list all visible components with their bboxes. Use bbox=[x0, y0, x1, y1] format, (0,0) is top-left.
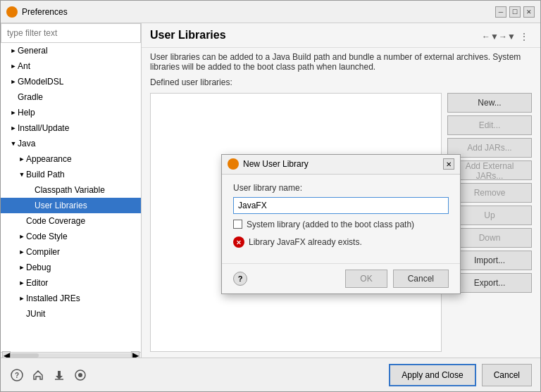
tree-item-help[interactable]: ► Help bbox=[1, 105, 141, 120]
sidebar: ► General ► Ant ► GModelDSL ► Gradle ► bbox=[1, 23, 142, 358]
tree-item-junit[interactable]: ► JUnit bbox=[1, 306, 141, 322]
dialog-app-icon bbox=[228, 158, 239, 170]
expand-arrow: ► bbox=[18, 155, 26, 163]
expand-arrow: ► bbox=[18, 263, 26, 272]
bottom-bar: ? Apply and Close bbox=[1, 358, 540, 391]
panel-description: User libraries can be added to a Java Bu… bbox=[142, 48, 540, 76]
expand-arrow: ► bbox=[18, 248, 26, 256]
svg-text:?: ? bbox=[15, 372, 19, 379]
dialog-body: User library name: System library (added… bbox=[222, 175, 460, 263]
dialog-help-button[interactable]: ? bbox=[233, 272, 247, 286]
panel-toolbar: ←▼ →▼ ⋮ bbox=[483, 29, 532, 44]
title-bar: Preferences ─ ☐ ✕ bbox=[1, 1, 540, 23]
main-panel: User Libraries ←▼ →▼ ⋮ User libraries ca… bbox=[142, 23, 540, 358]
close-button[interactable]: ✕ bbox=[523, 6, 535, 18]
panel-body: New... Edit... Add JARs... Add External … bbox=[142, 90, 540, 358]
tree-item-debug[interactable]: ► Debug bbox=[1, 260, 141, 275]
back-button[interactable]: ←▼ bbox=[483, 29, 498, 44]
svg-text:✕: ✕ bbox=[236, 239, 242, 246]
tree-item-java[interactable]: ▼ Java bbox=[1, 136, 141, 151]
tree-item-ant[interactable]: ► Ant bbox=[1, 58, 141, 74]
dialog-close-button[interactable]: ✕ bbox=[443, 158, 454, 170]
expand-arrow: ► bbox=[18, 294, 26, 303]
apply-close-button[interactable]: Apply and Close bbox=[389, 364, 475, 386]
error-message: Library JavaFX already exists. bbox=[249, 237, 362, 247]
scroll-track[interactable] bbox=[11, 353, 131, 358]
window-title: Preferences bbox=[22, 7, 495, 17]
expand-arrow: ► bbox=[9, 108, 18, 117]
expand-arrow: ► bbox=[9, 77, 18, 86]
library-name-input[interactable] bbox=[233, 197, 449, 214]
panel-title: User Libraries bbox=[150, 29, 226, 42]
home-icon[interactable] bbox=[30, 367, 46, 383]
tree-item-general[interactable]: ► General bbox=[1, 43, 141, 58]
error-row: ✕ Library JavaFX already exists. bbox=[233, 236, 449, 248]
window-controls: ─ ☐ ✕ bbox=[495, 6, 535, 18]
bottom-icons: ? bbox=[9, 367, 389, 383]
tree-item-appearance[interactable]: ► Appearance bbox=[1, 151, 141, 167]
tree-item-gmodeldsl[interactable]: ► GModelDSL bbox=[1, 74, 141, 89]
scroll-left-button[interactable]: ◀ bbox=[2, 351, 11, 358]
tree-item-code-style[interactable]: ► Code Style bbox=[1, 229, 141, 244]
minimize-button[interactable]: ─ bbox=[495, 6, 506, 18]
tree-item-compiler[interactable]: ► Compiler bbox=[1, 244, 141, 260]
scroll-thumb[interactable] bbox=[11, 353, 39, 358]
tree-item-user-libraries[interactable]: ► User Libraries bbox=[1, 198, 141, 213]
tree-item-build-path[interactable]: ▼ Build Path bbox=[1, 167, 141, 182]
bottom-actions: Apply and Close Cancel bbox=[389, 364, 532, 386]
preferences-window: Preferences ─ ☐ ✕ ► General ► Ant bbox=[0, 0, 541, 392]
export-icon[interactable] bbox=[51, 367, 67, 383]
system-library-checkbox[interactable] bbox=[233, 220, 242, 229]
error-icon: ✕ bbox=[233, 236, 244, 248]
maximize-button[interactable]: ☐ bbox=[509, 6, 521, 18]
expand-arrow: ► bbox=[18, 279, 26, 287]
forward-button[interactable]: →▼ bbox=[499, 29, 515, 44]
system-library-row: System library (added to the boot class … bbox=[233, 220, 449, 229]
system-library-label: System library (added to the boot class … bbox=[247, 220, 414, 229]
expand-arrow: ► bbox=[9, 124, 18, 132]
filter-input[interactable] bbox=[1, 23, 141, 43]
dialog-label: User library name: bbox=[233, 183, 449, 193]
expand-arrow: ► bbox=[9, 62, 18, 70]
tree-item-gradle[interactable]: ► Gradle bbox=[1, 89, 141, 105]
sidebar-horizontal-scrollbar[interactable]: ◀ ▶ bbox=[1, 352, 141, 358]
tree-container: ► General ► Ant ► GModelDSL ► Gradle ► bbox=[1, 43, 141, 352]
dialog-ok-button[interactable]: OK bbox=[345, 270, 387, 288]
app-icon bbox=[6, 6, 18, 18]
dialog-footer: ? OK Cancel bbox=[222, 263, 460, 293]
expand-arrow: ► bbox=[18, 232, 26, 241]
tree-item-install-update[interactable]: ► Install/Update bbox=[1, 120, 141, 136]
tree-item-classpath-variables[interactable]: ► Classpath Variable bbox=[1, 182, 141, 198]
tree-item-code-coverage[interactable]: ► Code Coverage bbox=[1, 213, 141, 229]
dialog-title-bar: New User Library ✕ bbox=[222, 155, 460, 175]
tree-item-installed-jres[interactable]: ► Installed JREs bbox=[1, 291, 141, 306]
restore-icon[interactable] bbox=[73, 367, 88, 383]
cancel-button[interactable]: Cancel bbox=[482, 364, 532, 386]
tree-item-editor[interactable]: ► Editor bbox=[1, 275, 141, 291]
svg-point-5 bbox=[78, 373, 82, 377]
main-content: ► General ► Ant ► GModelDSL ► Gradle ► bbox=[1, 23, 540, 358]
dialog-title: New User Library bbox=[243, 159, 443, 169]
panel-header: User Libraries ←▼ →▼ ⋮ bbox=[142, 23, 540, 48]
scroll-right-button[interactable]: ▶ bbox=[131, 351, 139, 358]
dialog-cancel-button[interactable]: Cancel bbox=[393, 270, 449, 288]
menu-button[interactable]: ⋮ bbox=[516, 29, 532, 44]
expand-arrow: ▼ bbox=[18, 170, 26, 179]
expand-arrow: ► bbox=[9, 46, 18, 55]
help-icon[interactable]: ? bbox=[9, 367, 25, 383]
new-user-library-dialog: New User Library ✕ User library name: Sy… bbox=[221, 154, 461, 294]
panel-defined-label: Defined user libraries: bbox=[142, 76, 540, 90]
expand-arrow: ▼ bbox=[9, 139, 18, 148]
modal-overlay: New User Library ✕ User library name: Sy… bbox=[142, 90, 540, 358]
